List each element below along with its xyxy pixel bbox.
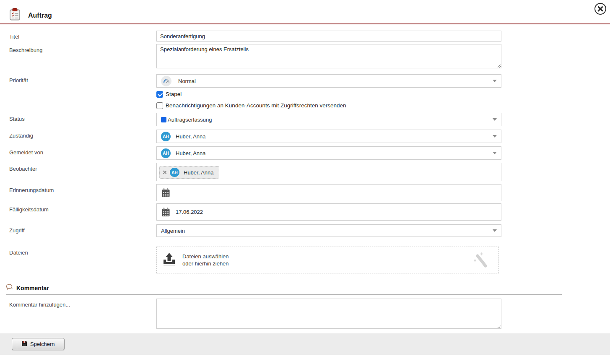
auftrag-form: Titel Beschreibung Spezialanforderung ei…: [0, 24, 610, 273]
calendar-icon: [162, 208, 170, 217]
avatar: AH: [161, 148, 171, 158]
gemeldet-von-label: Gemeldet von: [9, 146, 156, 160]
upload-tray-icon: [163, 252, 176, 268]
footer-bar: Speichern: [0, 333, 610, 355]
kommentar-textarea[interactable]: [156, 299, 501, 329]
stapel-label: Stapel: [166, 91, 182, 97]
gauge-icon: [161, 76, 171, 86]
faelligkeitsdatum-value: 17.06.2022: [176, 209, 203, 215]
dropzone-line1: Dateien auswählen: [182, 253, 229, 260]
speech-bubble-icon: [6, 284, 13, 292]
save-button[interactable]: Speichern: [12, 338, 65, 350]
chevron-down-icon: [493, 80, 497, 82]
zugriff-select[interactable]: Allgemein: [156, 224, 501, 237]
titel-label: Titel: [9, 31, 156, 42]
calendar-icon: [162, 188, 170, 198]
zustaendig-select[interactable]: AH Huber, Anna: [156, 130, 501, 143]
avatar: AH: [170, 168, 179, 177]
chevron-down-icon: [493, 135, 497, 138]
row-faelligkeitsdatum: Fälligkeitsdatum: [0, 203, 610, 221]
magic-wand-icon[interactable]: [473, 252, 489, 270]
chip-name: Huber, Anna: [184, 169, 214, 176]
benachrichtigungen-checkbox-row: Benachrichtigungen an Kunden-Accounts mi…: [156, 102, 501, 109]
gemeldet-von-select[interactable]: AH Huber, Anna: [156, 146, 501, 160]
status-value: Auftragserfassung: [168, 117, 212, 123]
floppy-disk-icon: [21, 341, 27, 348]
kommentar-heading: Kommentar: [16, 285, 49, 291]
zustaendig-value: Huber, Anna: [176, 133, 206, 140]
zustaendig-label: Zuständig: [9, 130, 156, 143]
chevron-down-icon: [493, 118, 497, 121]
titel-input[interactable]: [156, 31, 501, 42]
row-dateien: Dateien Dateien auswählen oder hierhin z…: [0, 247, 610, 273]
prioritaet-label: Priorität: [9, 74, 156, 109]
row-prioritaet: Priorität Normal Stap: [0, 74, 610, 109]
zugriff-value: Allgemein: [161, 228, 185, 234]
close-icon[interactable]: [594, 3, 607, 15]
row-beobachter: Beobachter AH Huber, Anna: [0, 163, 610, 181]
row-kommentar: Kommentar hinzufügen...: [0, 299, 610, 330]
file-dropzone[interactable]: Dateien auswählen oder hierhin ziehen: [156, 247, 499, 273]
clipboard-icon: [9, 8, 21, 22]
dropzone-line2: oder hierhin ziehen: [182, 260, 229, 267]
save-button-label: Speichern: [30, 341, 55, 347]
kommentar-section: Kommentar Kommentar hinzufügen...: [0, 284, 610, 330]
benachrichtigungen-label: Benachrichtigungen an Kunden-Accounts mi…: [166, 102, 346, 109]
kommentar-hinzufuegen-label: Kommentar hinzufügen...: [9, 299, 156, 330]
dropzone-text: Dateien auswählen oder hierhin ziehen: [182, 253, 229, 267]
chip-remove-x-icon[interactable]: [163, 170, 167, 174]
kommentar-divider: [6, 294, 562, 295]
faelligkeitsdatum-label: Fälligkeitsdatum: [9, 203, 156, 221]
dialog-header: Auftrag: [0, 0, 610, 24]
row-zugriff: Zugriff Allgemein: [0, 224, 610, 237]
row-beschreibung: Beschreibung Spezialanforderung eines Er…: [0, 44, 610, 70]
row-erinnerungsdatum: Erinnerungsdatum: [0, 184, 610, 201]
row-zustaendig: Zuständig AH Huber, Anna: [0, 130, 610, 143]
row-status: Status Auftragserfassung: [0, 113, 610, 126]
prioritaet-select[interactable]: Normal: [156, 74, 501, 88]
stapel-checkbox-row: Stapel: [156, 91, 501, 98]
benachrichtigungen-checkbox[interactable]: [156, 102, 163, 109]
zugriff-label: Zugriff: [9, 224, 156, 237]
dateien-label: Dateien: [9, 247, 156, 273]
beschreibung-label: Beschreibung: [9, 44, 156, 70]
status-color-square: [161, 117, 166, 122]
chevron-down-icon: [493, 229, 497, 232]
page-title: Auftrag: [28, 12, 52, 19]
row-titel: Titel: [0, 31, 610, 42]
row-gemeldet-von: Gemeldet von AH Huber, Anna: [0, 146, 610, 160]
erinnerungsdatum-field[interactable]: [156, 184, 501, 201]
erinnerungsdatum-label: Erinnerungsdatum: [9, 184, 156, 201]
watcher-chip[interactable]: AH Huber, Anna: [159, 166, 219, 179]
prioritaet-value: Normal: [178, 78, 196, 84]
avatar: AH: [161, 132, 171, 141]
gemeldet-von-value: Huber, Anna: [176, 150, 206, 156]
auftrag-dialog: Auftrag Titel Beschreibung Spezialanford…: [0, 0, 610, 330]
stapel-checkbox[interactable]: [156, 91, 163, 98]
status-label: Status: [9, 113, 156, 126]
faelligkeitsdatum-field[interactable]: 17.06.2022: [156, 203, 501, 221]
beobachter-label: Beobachter: [9, 163, 156, 181]
beschreibung-textarea[interactable]: Spezialanforderung eines Ersatzteils: [156, 44, 501, 68]
status-select[interactable]: Auftragserfassung: [156, 113, 501, 126]
chevron-down-icon: [493, 152, 497, 154]
kommentar-heading-row: Kommentar: [6, 284, 610, 292]
beobachter-multiselect[interactable]: AH Huber, Anna: [156, 163, 501, 181]
